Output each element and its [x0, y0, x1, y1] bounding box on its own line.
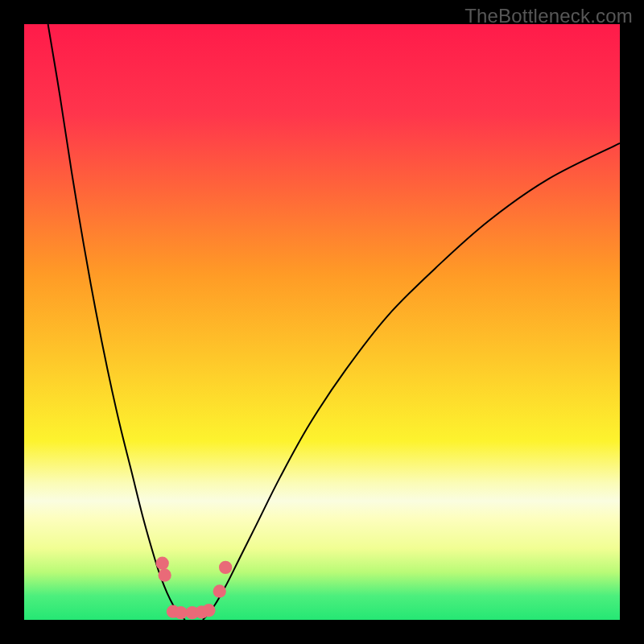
- data-marker: [219, 561, 232, 574]
- curves-layer: [24, 24, 620, 620]
- plot-area: [24, 24, 620, 620]
- data-marker: [202, 604, 215, 617]
- data-marker: [174, 606, 187, 619]
- watermark-text: TheBottleneck.com: [464, 5, 633, 27]
- right-curve: [203, 143, 620, 620]
- left-curve: [48, 24, 185, 620]
- chart-frame: TheBottleneck.com: [0, 0, 644, 644]
- data-marker: [159, 568, 171, 581]
- markers-group: [156, 557, 233, 620]
- data-marker: [213, 584, 226, 597]
- data-marker: [156, 557, 169, 570]
